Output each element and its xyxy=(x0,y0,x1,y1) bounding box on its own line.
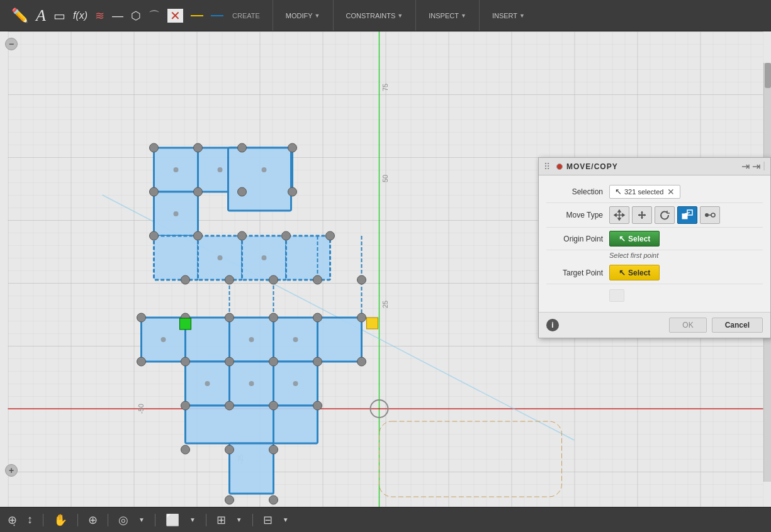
dialog-title-controls: ⇥ ⇥ | xyxy=(741,160,765,172)
collapse-bottom-handle[interactable]: + xyxy=(5,464,18,477)
point-move-btn[interactable] xyxy=(700,206,720,224)
ok-button[interactable]: OK xyxy=(669,318,706,333)
svg-point-43 xyxy=(194,231,203,240)
free-move-btn[interactable] xyxy=(609,206,629,224)
svg-point-74 xyxy=(174,167,179,172)
toolbar-section-inspect: INSPECT ▼ xyxy=(416,0,480,31)
svg-point-34 xyxy=(150,143,159,152)
svg-point-56 xyxy=(313,313,322,322)
create-blue-icon xyxy=(207,13,227,19)
svg-point-65 xyxy=(225,401,234,410)
create-cross-icon: ✕ xyxy=(164,6,187,25)
svg-rect-89 xyxy=(682,214,687,219)
create-label[interactable]: CREATE xyxy=(227,12,265,19)
svg-point-93 xyxy=(711,213,715,217)
collapse-top-handle[interactable]: − xyxy=(5,38,18,50)
main-toolbar: ✏️ A ▭ f(x) ≋ — ⬡ ⌒ ✕ CRE xyxy=(0,0,771,31)
svg-point-47 xyxy=(181,275,190,284)
svg-point-77 xyxy=(174,211,179,216)
svg-point-67 xyxy=(313,401,322,410)
create-text-icon: A xyxy=(32,5,50,26)
cancel-button[interactable]: Cancel xyxy=(712,318,763,333)
constraints-label[interactable]: CONSTRAINTS ▼ xyxy=(341,12,408,19)
create-rect-icon: ▭ xyxy=(50,7,69,25)
svg-point-83 xyxy=(205,381,210,386)
bottom-layout-btn[interactable]: ⊟ xyxy=(261,512,275,528)
selection-clear-button[interactable]: ✕ xyxy=(667,187,675,197)
bottom-grid-btn[interactable]: ⊞ xyxy=(214,512,228,528)
dialog-content: Selection ↖ 321 selected ✕ Move Type xyxy=(539,175,770,312)
bottom-chevron4-btn[interactable]: ▼ xyxy=(280,515,291,524)
origin-select-button[interactable]: ↖ Select xyxy=(609,231,660,247)
extra-checkbox[interactable] xyxy=(609,289,624,302)
translate-btn[interactable] xyxy=(677,206,697,224)
scrollbar-thumb[interactable] xyxy=(765,63,771,88)
cursor-icon: ↖ xyxy=(615,187,622,196)
svg-point-57 xyxy=(357,313,366,322)
cursor-yellow-icon: ↖ xyxy=(619,268,626,277)
dialog-separator: | xyxy=(763,160,765,172)
inspect-label[interactable]: INSPECT ▼ xyxy=(424,12,471,19)
svg-rect-18 xyxy=(286,236,330,280)
bottom-separator-6 xyxy=(252,514,253,526)
dialog-pin-icon[interactable]: ⇥ xyxy=(741,160,750,172)
cursor-green-icon: ↖ xyxy=(619,234,626,243)
toolbar-section-create: ✏️ A ▭ f(x) ≋ — ⬡ ⌒ ✕ CRE xyxy=(0,0,273,31)
svg-rect-87 xyxy=(367,318,378,329)
create-poly-icon: ⬡ xyxy=(127,8,145,24)
svg-rect-23 xyxy=(318,318,362,362)
create-line-icon: — xyxy=(108,8,127,24)
rotate-btn[interactable] xyxy=(655,206,675,224)
dialog-titlebar[interactable]: ⠿ MOVE/COPY ⇥ ⇥ | xyxy=(539,158,770,175)
create-wave-icon: ≋ xyxy=(91,8,108,24)
hint-row: Select first point xyxy=(546,250,763,262)
svg-point-52 xyxy=(137,313,146,322)
svg-point-45 xyxy=(282,231,291,240)
hint-text: Select first point xyxy=(609,252,658,259)
toolbar-section-insert: INSERT ▼ xyxy=(480,0,537,31)
move-type-buttons xyxy=(609,206,763,224)
svg-rect-15 xyxy=(154,236,198,280)
create-fx-icon: f(x) xyxy=(69,8,91,23)
svg-point-84 xyxy=(249,381,254,386)
extra-row xyxy=(546,284,763,307)
bottom-snap-btn[interactable]: ⊕̣ xyxy=(5,512,20,528)
dialog-close-dot[interactable] xyxy=(556,163,563,170)
modify-label[interactable]: MODIFY ▼ xyxy=(281,12,325,19)
target-select-button[interactable]: ↖ Select xyxy=(609,265,660,280)
svg-rect-29 xyxy=(274,406,318,443)
bottom-pan-btn[interactable]: ✋ xyxy=(51,512,70,528)
bottom-chevron-btn[interactable]: ▼ xyxy=(136,515,147,524)
svg-point-63 xyxy=(357,357,366,366)
xy-move-btn[interactable] xyxy=(632,206,652,224)
selection-row: Selection ↖ 321 selected ✕ xyxy=(546,180,763,203)
svg-point-36 xyxy=(238,143,247,152)
info-button[interactable]: i xyxy=(546,319,559,331)
canvas-area[interactable]: 75 50 25 -50 -25 xyxy=(0,31,771,507)
svg-rect-86 xyxy=(180,318,191,330)
bottom-arrow-btn[interactable]: ↕ xyxy=(25,512,35,528)
dialog-forward-icon[interactable]: ⇥ xyxy=(752,160,760,172)
svg-point-48 xyxy=(225,275,234,284)
svg-point-66 xyxy=(269,401,278,410)
svg-point-71 xyxy=(225,496,234,504)
bottom-display-btn[interactable]: ⬜ xyxy=(163,512,182,528)
create-icon: ✏️ xyxy=(8,6,32,25)
bottom-separator-2 xyxy=(77,514,78,526)
svg-point-62 xyxy=(313,357,322,366)
bottom-zoom-btn[interactable]: ◎ xyxy=(116,512,131,528)
svg-rect-20 xyxy=(186,318,230,362)
svg-point-38 xyxy=(150,187,159,196)
bottom-chevron2-btn[interactable]: ▼ xyxy=(187,515,198,524)
svg-point-40 xyxy=(238,187,247,196)
bottom-chevron3-btn[interactable]: ▼ xyxy=(234,515,245,524)
svg-rect-28 xyxy=(230,443,274,494)
insert-label[interactable]: INSERT ▼ xyxy=(487,12,530,19)
svg-point-76 xyxy=(262,167,267,172)
selection-label: Selection xyxy=(546,187,609,196)
svg-text:-50: -50 xyxy=(137,404,145,414)
bottom-separator-5 xyxy=(206,514,206,526)
selection-badge: ↖ 321 selected ✕ xyxy=(609,185,680,199)
origin-point-label: Origin Point xyxy=(546,235,609,243)
bottom-zoom-in-btn[interactable]: ⊕ xyxy=(86,512,100,528)
